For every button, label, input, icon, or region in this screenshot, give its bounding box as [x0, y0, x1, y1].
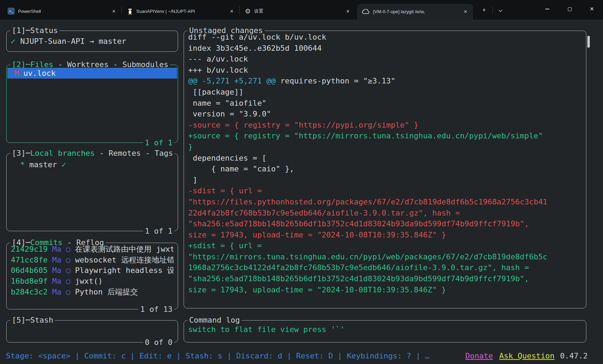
branches-panel[interactable]: [3]─Local branches - Remotes - Tags *mas… [6, 153, 178, 231]
diff-line[interactable]: +++ b/uv.lock [188, 65, 582, 76]
diff-line[interactable]: } [188, 141, 582, 153]
branch-row[interactable]: *master✓ [11, 157, 174, 170]
diff-text: 1968a2756c3cb4122d4fa2b8fc768b53b7c9e5ed… [188, 263, 529, 272]
repo-status-row[interactable]: ✓NJUPT-Suan-API → master [11, 34, 174, 47]
version-label: 0.47.2 [560, 351, 588, 360]
tab-title: [VM-0-7-ope] lazygit /w/w, [373, 9, 459, 14]
tab-wsl[interactable]: SuanAPIVenv | ~/NJUPT-API ✕ [122, 5, 239, 18]
ask-question-link[interactable]: Ask Question [499, 351, 555, 360]
diff-text: +sdist = { url = [188, 241, 262, 250]
diff-text: "https://mirrors.tuna.tsinghua.edu.cn/py… [188, 252, 547, 261]
tab-dropdown-button[interactable] [495, 6, 506, 15]
tab-divider [492, 6, 493, 14]
status-panel[interactable]: [1]─Status ✓NJUPT-Suan-API → master [6, 31, 178, 52]
commit-row[interactable]: 06d4b605Ma○Playwright headless 设置 [11, 265, 174, 276]
file-row-selected[interactable]: Muv.lock [7, 68, 177, 79]
close-tab-icon[interactable]: ✕ [345, 8, 351, 15]
commit-author: Ma [52, 266, 62, 275]
commit-author: Ma [52, 256, 62, 264]
diff-line[interactable]: dependencies = [ [188, 153, 582, 164]
commits-panel[interactable]: [4]─Commits - Reflog 21429c19Ma○在课表测试路由中… [6, 243, 178, 309]
commit-message: jwxt() [75, 277, 103, 285]
commit-hash: 06d4b605 [11, 266, 48, 275]
commit-message: Playwright headless 设置 [75, 266, 174, 275]
diff-line[interactable]: 22d4fa2b8fc768b53b7c9e5edb646/aiofile-3.… [188, 208, 582, 219]
commit-graph-icon: ○ [66, 256, 70, 264]
close-icon: ✕ [590, 6, 594, 12]
files-panel[interactable]: [2]─Files - Worktrees - Submodules Muv.l… [6, 65, 178, 143]
diff-text: requires-python = "≥3.13" [276, 76, 395, 85]
commit-message: Python 后端提交 [75, 288, 138, 296]
donate-link[interactable]: Donate [465, 351, 493, 360]
tab-divider [121, 6, 122, 14]
diff-line[interactable]: "https://mirrors.tuna.tsinghua.edu.cn/py… [188, 251, 582, 262]
diff-line[interactable]: 1968a2756c3cb4122d4fa2b8fc768b53b7c9e5ed… [188, 262, 582, 273]
new-tab-button[interactable]: + [479, 6, 489, 15]
commit-author: Ma [52, 288, 62, 296]
diff-line[interactable]: -source = { registry = "https://pypi.org… [188, 120, 582, 131]
commit-hash: 471cc8fe [11, 256, 48, 264]
diff-line[interactable]: +sdist = { url = [188, 240, 582, 251]
diff-line[interactable]: name = "aiofile" [188, 98, 582, 109]
commit-graph-icon: ○ [66, 288, 70, 296]
linux-penguin-icon [127, 8, 133, 15]
commits-list: 21429c19Ma○在课表测试路由中使用 jwxt471cc8feMa○web… [7, 243, 178, 309]
tab-powershell[interactable]: >_ PowerShell ✕ [3, 5, 121, 18]
stash-panel[interactable]: [5]─Stash 0 of 0 [6, 320, 178, 342]
maximize-button[interactable] [558, 0, 581, 18]
tab-divider [239, 6, 240, 14]
diff-line[interactable]: [[package]] [188, 87, 582, 98]
diff-line[interactable]: -sdist = { url = [188, 185, 582, 196]
panel-counter: 1 of 13 [138, 305, 174, 314]
close-tab-icon[interactable]: ✕ [228, 8, 235, 15]
check-icon: ✓ [11, 37, 15, 46]
commit-row[interactable]: 16bd8e9fMa○jwxt() [11, 276, 174, 287]
maximize-icon [568, 7, 572, 11]
tab-lazygit-active[interactable]: [VM-0-7-ope] lazygit /w/w, ✕ [357, 4, 473, 19]
diff-line[interactable]: version = "3.9.0" [188, 108, 582, 120]
panel-counter: 0 of 0 [143, 338, 174, 347]
file-name: uv.lock [23, 69, 56, 78]
diff-line[interactable]: @@ -5,271 +5,271 @@ requires-python = "≥… [188, 75, 582, 87]
diff-line[interactable]: { name = "caio" }, [188, 163, 582, 175]
command-log-panel[interactable]: Command log switch to flat file view pre… [184, 320, 586, 342]
minimize-icon [545, 9, 549, 9]
diff-text: +++ b/uv.lock [188, 66, 248, 74]
close-window-button[interactable]: ✕ [581, 0, 603, 18]
diff-text: { name = "caio" }, [188, 164, 294, 173]
current-branch-star-icon: * [20, 160, 25, 169]
diff-line[interactable]: size = 17943, upload-time = "2024-10-08T… [188, 284, 582, 296]
diff-text: diff --git a/uv.lock b/uv.lock [188, 33, 326, 41]
chevron-down-icon [498, 7, 502, 14]
diff-line[interactable]: +source = { registry = "https://mirrors.… [188, 130, 582, 141]
diff-line[interactable]: diff --git a/uv.lock b/uv.lock [188, 32, 582, 43]
diff-text: dependencies = [ [188, 154, 266, 162]
diff-text: "sha256:e5ad718bb148b265b6df1b3752c4d1d8… [188, 274, 529, 283]
diff-text: -source = { registry = "https://pypi.org… [188, 121, 418, 129]
tab-settings[interactable]: ⚙ 设置 ✕ [240, 5, 355, 18]
diff-line[interactable]: size = 17943, upload-time = "2024-10-08T… [188, 229, 582, 241]
diff-line[interactable]: --- a/uv.lock [188, 54, 582, 65]
diff-text: [[package]] [188, 88, 243, 96]
commit-graph-icon: ○ [66, 245, 70, 253]
commit-message: 在课表测试路由中使用 jwxt [75, 245, 174, 253]
diff-line[interactable]: "sha256:e5ad718bb148b265b6df1b3752c4d1d8… [188, 218, 582, 229]
close-tab-icon[interactable]: ✕ [462, 8, 469, 15]
check-icon: ✓ [62, 160, 66, 169]
minimize-button[interactable] [536, 0, 558, 18]
diff-line[interactable]: "sha256:e5ad718bb148b265b6df1b3752c4d1d8… [188, 273, 582, 284]
diff-line[interactable]: "https://files.pythonhosted.org/packages… [188, 196, 582, 208]
commit-row[interactable]: 21429c19Ma○在课表测试路由中使用 jwxt [11, 244, 174, 255]
powershell-icon: >_ [8, 8, 15, 15]
unstaged-changes-panel[interactable]: Unstaged changes diff --git a/uv.lock b/… [184, 31, 586, 308]
close-tab-icon[interactable]: ✕ [111, 8, 117, 15]
terminal-window: >_ PowerShell ✕ SuanAPIVenv | ~/NJUPT-AP… [0, 0, 603, 364]
diff-line[interactable]: index 3b3c45e..e362b5d 100644 [188, 43, 582, 54]
diff-line[interactable]: ] [188, 175, 582, 186]
diff-scrollbar-thumb[interactable] [587, 36, 590, 48]
plus-icon: + [482, 7, 486, 14]
commit-hash: 16bd8e9f [11, 277, 48, 285]
commit-row[interactable]: 471cc8feMa○websocket 远程连接地址错 [11, 255, 174, 266]
commit-graph-icon: ○ [66, 266, 70, 275]
commit-row[interactable]: b284c3c2Ma○Python 后端提交 [11, 287, 174, 298]
